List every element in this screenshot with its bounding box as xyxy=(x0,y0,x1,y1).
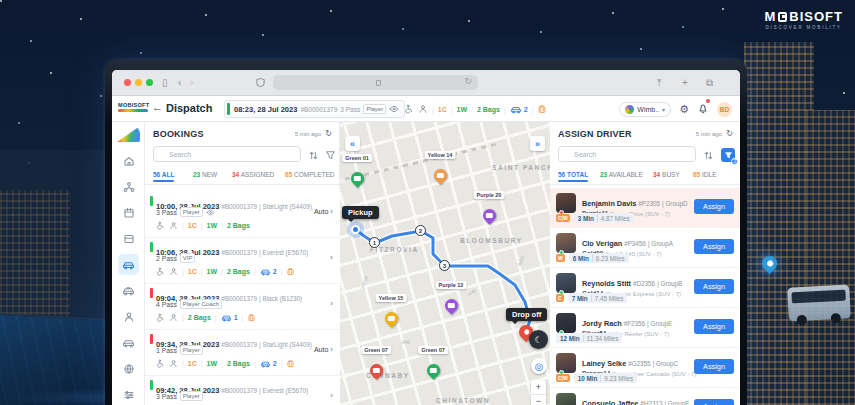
pickup-marker[interactable] xyxy=(351,225,360,234)
waypoint-marker[interactable]: 2 xyxy=(415,225,426,236)
driver-row[interactable]: Consuelo Jaffee#H2313| GroupE Silver03To… xyxy=(550,388,740,405)
sidebar-item-zones[interactable] xyxy=(118,358,139,379)
passenger-icon xyxy=(169,359,178,368)
booking-action[interactable]: › xyxy=(330,299,333,308)
tab-completed[interactable]: 65 COMPLETED xyxy=(285,171,335,178)
assign-tabs: 56 TOTAL 23 AVAILABLE 34 BUSY 65 IDLE xyxy=(550,168,740,185)
zoom-in-button[interactable]: + xyxy=(531,380,546,395)
booking-card[interactable]: 10:06, 28 Jul 2023#B00001379| Everest (E… xyxy=(145,238,340,284)
driver-avatar xyxy=(556,313,576,333)
assign-button[interactable]: Assign xyxy=(694,279,734,294)
booking-status-bar xyxy=(150,288,153,298)
wheelchair-icon xyxy=(156,221,165,230)
app-logo[interactable]: MOBISOFT xyxy=(118,102,148,112)
sidebar-item-board[interactable] xyxy=(118,228,139,249)
driver-row[interactable]: Reynolds Stitt#D2356| GroupB Gold14Chevr… xyxy=(550,268,740,308)
refresh-icon[interactable]: ↻ xyxy=(325,129,332,138)
tabs-overview-icon[interactable]: ⧉ xyxy=(706,76,713,89)
driver-avatar xyxy=(556,273,576,293)
driver-row[interactable]: Jordy Rach#F2356| GroupE Silver54Utility… xyxy=(550,308,740,348)
settings-gear-icon[interactable]: ⚙ xyxy=(679,104,689,115)
tab-busy[interactable]: 34 BUSY xyxy=(653,171,680,178)
minimize-window-button[interactable] xyxy=(135,79,142,86)
dispatch-map[interactable]: SAINT PANCRAS BLOOMSBURY FITZROVIA CARNA… xyxy=(340,122,550,405)
filter-funnel-button[interactable]: 3 xyxy=(721,148,735,162)
driver-avatar xyxy=(556,353,576,373)
booking-card[interactable]: 09:42, 28 Jul 2023#B00001379| Everest (E… xyxy=(145,376,340,405)
close-window-button[interactable] xyxy=(124,79,131,86)
booking-action[interactable]: › xyxy=(330,391,333,400)
pin-label: Yellow 14 xyxy=(425,151,456,159)
maximize-window-button[interactable] xyxy=(146,79,153,86)
new-tab-icon[interactable]: + xyxy=(682,76,688,89)
tab-new[interactable]: 23 NEW xyxy=(193,171,217,178)
assign-button[interactable]: Assign xyxy=(694,199,734,214)
booking-ref: #B00001379 xyxy=(221,249,257,256)
tab-idle[interactable]: 65 IDLE xyxy=(693,171,717,178)
tab-available[interactable]: 23 AVAILABLE xyxy=(600,171,643,178)
sidebar-item-settings[interactable] xyxy=(118,384,139,405)
back-arrow-icon[interactable]: ← xyxy=(152,101,163,113)
wheelchair-icon xyxy=(156,267,165,276)
booking-card[interactable]: 09:34, 28 Jul 2023#B00001379| StarLight … xyxy=(145,330,340,376)
assign-button[interactable]: Assign xyxy=(694,239,734,254)
privacy-shield-icon[interactable] xyxy=(255,77,266,88)
driver-row[interactable]: Clo Verigan#P3456| GroupA Gold09Ford F-1… xyxy=(550,228,740,268)
collapse-right-panel-button[interactable]: » xyxy=(530,136,545,151)
pin-label: Green 07 xyxy=(361,346,391,354)
tab-assigned[interactable]: 34 ASSIGNED xyxy=(232,171,274,178)
filter-funnel-icon[interactable] xyxy=(325,150,336,161)
passenger-icon xyxy=(169,313,178,322)
eye-icon[interactable] xyxy=(389,104,399,114)
tab-all[interactable]: 56 ALL xyxy=(153,171,174,178)
booking-card[interactable]: 10:00, 28 Jul 2023#B00001379| StarLight … xyxy=(145,192,340,238)
back-icon[interactable]: ‹ xyxy=(178,76,181,89)
sort-icon[interactable] xyxy=(308,150,319,161)
sidebar-item-dispatch[interactable] xyxy=(118,254,139,275)
pin-label: Green 01 xyxy=(342,154,372,162)
booking-action[interactable]: Auto› xyxy=(314,207,333,216)
collapse-left-panel-button[interactable]: « xyxy=(345,136,360,151)
booking-card[interactable]: 09:04, 28 Jul 2023#B00001379| Black (B12… xyxy=(145,284,340,330)
assign-button[interactable]: Assign xyxy=(694,359,734,374)
bookings-search-input[interactable] xyxy=(153,146,301,162)
user-avatar[interactable]: BD xyxy=(717,102,732,117)
sidebar-item-fleet[interactable] xyxy=(118,332,139,353)
sidebar-item-drivers[interactable] xyxy=(118,306,139,327)
sort-icon[interactable] xyxy=(703,150,714,161)
forward-icon[interactable]: › xyxy=(190,76,193,89)
dark-mode-toggle[interactable]: ☾ xyxy=(529,330,548,349)
reload-icon[interactable]: ↻ xyxy=(464,76,472,86)
driver-row[interactable]: Lainey Selke#G2355| GroupC Bronze14Freig… xyxy=(550,348,740,388)
passenger-icon xyxy=(418,104,428,114)
waypoint-marker[interactable]: 1 xyxy=(369,237,380,248)
sidebar-item-network[interactable] xyxy=(118,176,139,197)
sidebar-item-calendar[interactable] xyxy=(118,202,139,223)
org-selector[interactable]: Wimb.. ▾ xyxy=(619,102,671,117)
zoom-out-button[interactable]: − xyxy=(531,395,546,405)
address-bar[interactable]: ↻ xyxy=(273,75,478,90)
refresh-icon[interactable]: ↻ xyxy=(726,129,733,138)
driver-row[interactable]: Benjamin Davis#P2305| GroupD Purple11Toy… xyxy=(550,188,740,228)
sidebar-logo[interactable] xyxy=(117,126,140,142)
sidebar-item-taxi[interactable] xyxy=(118,280,139,301)
eye-icon[interactable] xyxy=(206,208,215,217)
booking-vehicle: | Everest (E5670) xyxy=(259,249,308,256)
passenger-icon xyxy=(169,221,178,230)
assign-button[interactable]: Assign xyxy=(694,319,734,334)
locate-me-button[interactable]: ◎ xyxy=(531,358,547,374)
notifications-button[interactable] xyxy=(697,100,709,118)
driver-search-input[interactable] xyxy=(558,146,696,162)
tab-total[interactable]: 56 TOTAL xyxy=(558,171,588,178)
assign-button[interactable]: Assign xyxy=(694,399,734,405)
booking-status-bar xyxy=(150,334,153,344)
share-icon[interactable]: ⤒ xyxy=(657,76,661,89)
sidebar-item-home[interactable] xyxy=(118,150,139,171)
booking-action[interactable]: › xyxy=(330,253,333,262)
sidebar-toggle-icon[interactable]: ▯ xyxy=(162,76,168,89)
active-trip-summary[interactable]: 08:23, 28 Jul 2023 #B00001379 3 Pass Pla… xyxy=(224,100,405,118)
booking-type-chip: Player xyxy=(180,345,203,355)
booking-action[interactable]: Auto› xyxy=(314,345,333,354)
vehicle-icon xyxy=(260,359,271,368)
waypoint-marker[interactable]: 3 xyxy=(439,260,450,271)
